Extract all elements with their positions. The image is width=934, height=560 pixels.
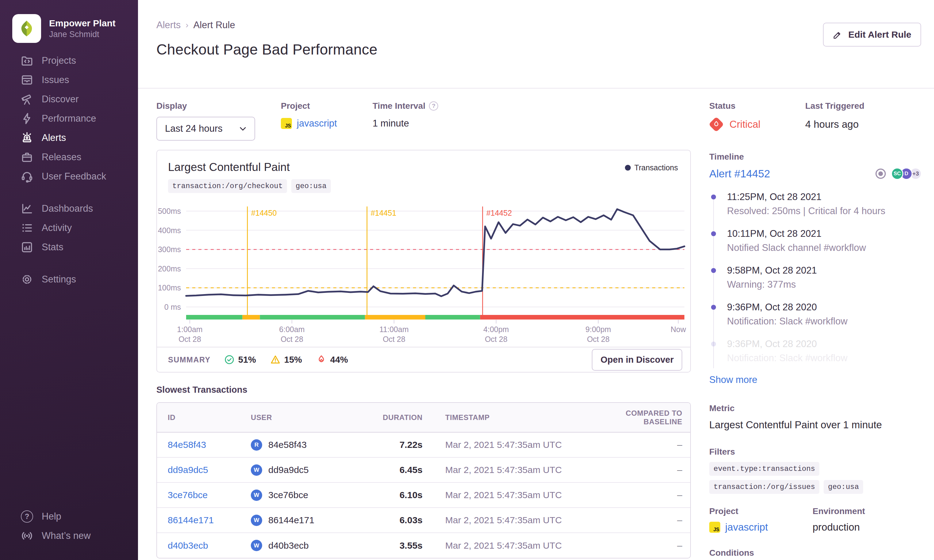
transaction-id-link[interactable]: 86144e171 — [168, 515, 214, 525]
alert-link[interactable]: Alert #14452 — [709, 168, 770, 180]
project-label: Project — [709, 506, 812, 517]
duration-cell: 6.10s — [383, 483, 423, 508]
filter-tag: geo:usa — [824, 480, 863, 494]
svg-text:1:00am: 1:00am — [177, 325, 202, 334]
help-icon: ? — [21, 510, 33, 523]
project-environment-row: Project JS javascript Environment produc… — [709, 506, 922, 533]
sidebar-item-label: Dashboards — [42, 203, 93, 214]
timeline-dot-icon — [711, 268, 716, 273]
sidebar-nav: Projects Issues Discover Performance — [0, 51, 138, 289]
sidebar-item-releases[interactable]: Releases — [0, 147, 138, 167]
issues-icon — [20, 73, 34, 87]
sidebar-item-dashboards[interactable]: Dashboards — [0, 199, 138, 218]
timeline-event: 10:11PM, Oct 28 2021 Notified Slack chan… — [709, 228, 922, 254]
interval-control: Time Interval ? 1 minute — [372, 101, 438, 141]
svg-text:200ms: 200ms — [158, 265, 181, 273]
last-triggered-value: 4 hours ago — [805, 118, 865, 130]
user-feedback-icon — [20, 170, 34, 183]
event-desc: Notified Slack channel #workflow — [727, 242, 922, 254]
sidebar-item-projects[interactable]: Projects — [0, 51, 138, 70]
filter-tag: event.type:transactions — [709, 462, 819, 476]
summary-ok: 51% — [224, 354, 256, 365]
sidebar-item-label: User Feedback — [42, 171, 106, 182]
subscribe-ring-icon[interactable] — [874, 168, 887, 180]
sidebar-item-settings[interactable]: Settings — [0, 269, 138, 289]
content: Display Last 24 hours Project JS javascr… — [138, 89, 934, 560]
summary-critical: 44% — [316, 354, 348, 365]
open-in-discover-button[interactable]: Open in Discover — [592, 349, 682, 371]
filters-section: Filters event.type:transactions transact… — [709, 447, 922, 494]
critical-status-icon — [709, 117, 723, 131]
sidebar-item-whats-new[interactable]: What’s new — [0, 526, 138, 545]
table-row: d40b3ecbWd40b3ecb3.55sMar 2, 2021 5:47:3… — [157, 533, 690, 558]
user-name: dd9a9dc5 — [268, 465, 309, 475]
project-link[interactable]: javascript — [297, 118, 337, 129]
summary-warning: 15% — [270, 354, 302, 365]
svg-text:#14451: #14451 — [371, 209, 396, 217]
svg-text:Oct 28: Oct 28 — [485, 335, 508, 343]
activity-icon — [20, 221, 34, 235]
svg-text:400ms: 400ms — [158, 226, 181, 235]
svg-text:300ms: 300ms — [158, 245, 181, 254]
sidebar-item-stats[interactable]: Stats — [0, 237, 138, 257]
timeline-dot-icon — [711, 305, 716, 310]
event-desc: Warning: 377ms — [727, 278, 922, 291]
right-panel: Status Critical Last Triggered 4 hours a… — [709, 101, 922, 560]
sidebar-item-alerts[interactable]: Alerts — [0, 128, 138, 147]
check-circle-icon — [224, 354, 235, 365]
question-circle-icon[interactable]: ? — [429, 102, 438, 111]
transaction-id-link[interactable]: 3ce76bce — [168, 490, 208, 500]
performance-icon — [20, 112, 34, 125]
projects-icon — [20, 54, 34, 68]
status-label: Status — [709, 101, 805, 111]
col-header-baseline: COMPARED TO BASELINE — [607, 403, 690, 432]
chart-legend[interactable]: Transactions — [625, 163, 678, 172]
transaction-id-link[interactable]: d40b3ecb — [168, 540, 208, 551]
avatar[interactable]: SC — [891, 168, 903, 180]
edit-alert-rule-button[interactable]: Edit Alert Rule — [823, 23, 921, 46]
pencil-icon — [833, 30, 843, 40]
user-name: 3ce76bce — [268, 490, 308, 500]
main-content: Alerts › Alert Rule Checkout Page Bad Pe… — [138, 0, 934, 560]
display-dropdown[interactable]: Last 24 hours — [156, 117, 255, 141]
sidebar-item-help[interactable]: ? Help — [0, 507, 138, 526]
sidebar-item-issues[interactable]: Issues — [0, 70, 138, 89]
timestamp-cell: Mar 2, 2021 5:47:35am UTC — [423, 483, 607, 508]
baseline-cell: – — [607, 432, 690, 457]
project-link[interactable]: javascript — [725, 522, 768, 533]
chart-panel: Largest Contentful Paint transaction:/or… — [156, 150, 691, 372]
page-title: Checkout Page Bad Performance — [156, 41, 922, 58]
transaction-id-link[interactable]: dd9a9dc5 — [168, 465, 208, 475]
timeline-avatars: SC D +3 — [874, 168, 922, 180]
timeline-events: 11:25PM, Oct 28 2021 Resolved: 250ms | C… — [709, 191, 922, 385]
sidebar-item-performance[interactable]: Performance — [0, 109, 138, 128]
svg-text:Oct 28: Oct 28 — [587, 335, 610, 343]
baseline-cell: – — [607, 457, 690, 483]
transaction-id-link[interactable]: 84e58f43 — [168, 440, 206, 450]
chevron-right-icon: › — [185, 20, 188, 30]
slowest-transactions-heading: Slowest Transactions — [156, 385, 691, 395]
timeline-event: 9:36PM, Oct 28 2020 Notification: Slack … — [709, 301, 922, 328]
status-value: Critical — [729, 118, 760, 130]
sidebar-item-label: Stats — [42, 242, 63, 253]
duration-cell: 6.03s — [383, 508, 423, 533]
filter-tag: geo:usa — [291, 179, 331, 193]
show-more-link[interactable]: Show more — [709, 374, 757, 385]
sidebar-item-user-feedback[interactable]: User Feedback — [0, 167, 138, 186]
sidebar-item-activity[interactable]: Activity — [0, 218, 138, 237]
summary-critical-pct: 44% — [330, 355, 348, 365]
breadcrumb-alerts[interactable]: Alerts — [156, 20, 181, 31]
timestamp-cell: Mar 2, 2021 5:47:35am UTC — [423, 457, 607, 483]
lcp-line-chart[interactable]: 0 ms100ms200ms300ms400ms500ms#14450#1445… — [157, 204, 692, 348]
event-desc: Notification: Slack #workflow — [727, 315, 922, 328]
breadcrumb-alert-rule: Alert Rule — [193, 20, 235, 31]
org-switcher[interactable]: Empower Plant Jane Schmidt — [0, 0, 138, 43]
col-header-duration: DURATION — [383, 403, 423, 432]
timestamp-cell: Mar 2, 2021 5:47:35am UTC — [423, 533, 607, 558]
user-avatar: W — [251, 515, 262, 526]
timeline-label: Timeline — [709, 152, 922, 162]
sidebar-item-discover[interactable]: Discover — [0, 89, 138, 109]
event-date: 9:58PM, Oct 28 2021 — [727, 265, 922, 277]
conditions-section: Conditions Critical above 300ms Slack #w… — [709, 548, 922, 560]
user-avatar: W — [251, 489, 262, 501]
